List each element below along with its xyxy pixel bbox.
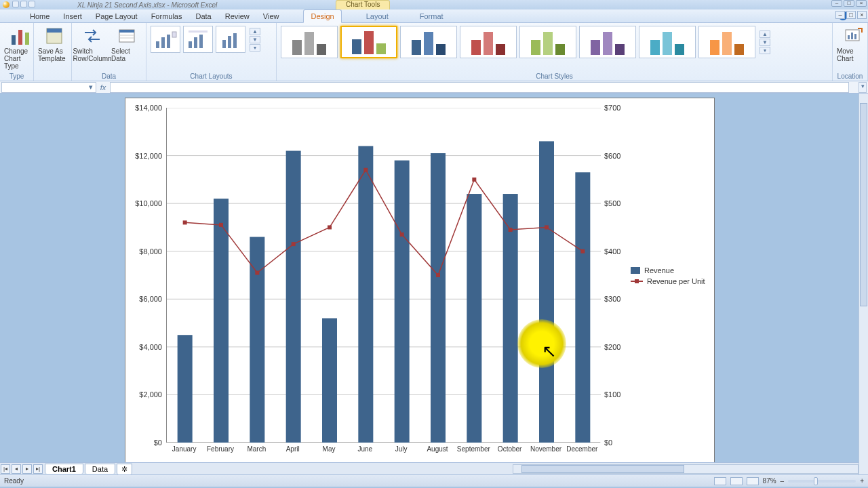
chart-style-5[interactable] — [519, 26, 576, 58]
chart-layout-2[interactable] — [183, 26, 213, 53]
close-button[interactable]: × — [856, 0, 867, 7]
svg-rect-14 — [194, 37, 197, 48]
svg-rect-1 — [18, 30, 22, 45]
chart-layout-1[interactable] — [151, 26, 180, 53]
sheet-nav-last-button[interactable]: ▸| — [33, 464, 43, 474]
y-axis-tick: $8,000 — [128, 247, 162, 256]
chart-style-3[interactable] — [400, 26, 457, 58]
vertical-scrollbar[interactable] — [859, 94, 868, 474]
svg-rect-21 — [848, 35, 850, 39]
svg-rect-19 — [233, 33, 237, 48]
svg-rect-22 — [851, 33, 853, 39]
zoom-in-button[interactable]: + — [860, 477, 864, 485]
sheet-nav-first-button[interactable]: |◂ — [1, 464, 10, 474]
tab-home[interactable]: Home — [23, 10, 56, 22]
tab-page-layout[interactable]: Page Layout — [89, 10, 144, 22]
zoom-slider[interactable] — [788, 480, 856, 483]
select-data-button[interactable]: Select Data — [111, 26, 142, 62]
layout-gallery-scroll[interactable]: ▲▼▾ — [250, 28, 260, 52]
move-chart-button[interactable]: Move Chart — [837, 26, 868, 62]
svg-rect-10 — [161, 37, 165, 48]
y2-axis-tick: $500 — [604, 199, 620, 207]
svg-rect-33 — [214, 199, 229, 443]
insert-function-button[interactable]: fx — [96, 83, 110, 92]
tab-review[interactable]: Review — [218, 10, 256, 22]
x-axis-tick: July — [395, 445, 408, 453]
chart-style-8[interactable] — [698, 26, 755, 58]
sheet-nav-prev-button[interactable]: ◂ — [12, 464, 21, 474]
template-icon — [44, 26, 64, 46]
svg-rect-55 — [580, 249, 585, 253]
y-axis-tick: $14,000 — [128, 104, 162, 112]
svg-rect-51 — [436, 273, 440, 277]
select-data-icon — [117, 26, 137, 46]
formula-bar: ▾ fx ▾ — [0, 81, 868, 94]
zoom-out-button[interactable]: – — [781, 477, 785, 485]
sheet-tab-data[interactable]: Data — [85, 464, 115, 474]
workbook-close-button[interactable]: × — [857, 11, 867, 19]
chart-object[interactable]: $0$2,000$4,000$6,000$8,000$10,000$12,000… — [125, 98, 715, 464]
switch-icon — [82, 26, 102, 46]
tab-insert[interactable]: Insert — [56, 10, 89, 22]
y-axis-tick: $10,000 — [128, 199, 162, 207]
quick-access-toolbar[interactable] — [12, 1, 37, 9]
svg-rect-23 — [854, 34, 856, 39]
y2-axis-tick: $400 — [604, 247, 620, 256]
office-button[interactable] — [3, 1, 9, 8]
switch-row-column-button[interactable]: Switch Row/Column — [76, 26, 108, 62]
chart-style-1[interactable] — [281, 26, 338, 58]
chart-style-6[interactable] — [579, 26, 636, 58]
chart-layout-3[interactable] — [216, 26, 245, 53]
svg-rect-11 — [167, 35, 170, 48]
horizontal-scrollbar[interactable] — [513, 464, 859, 474]
y2-axis-tick: $0 — [604, 439, 612, 447]
view-normal-button[interactable] — [714, 477, 726, 485]
x-axis-tick: September — [457, 445, 490, 453]
svg-rect-37 — [358, 146, 373, 443]
workbook-restore-button[interactable]: □ — [846, 11, 856, 19]
svg-rect-13 — [189, 41, 192, 48]
svg-rect-0 — [12, 35, 16, 45]
chart-style-2[interactable] — [340, 26, 397, 58]
move-chart-icon — [843, 26, 863, 46]
group-type-label: Type — [4, 72, 29, 80]
tab-design[interactable]: Design — [303, 9, 341, 23]
svg-rect-49 — [363, 168, 368, 172]
formula-edit[interactable] — [110, 82, 849, 93]
view-page-break-button[interactable] — [747, 477, 759, 485]
chart-legend[interactable]: Revenue Revenue per Unit — [631, 266, 705, 288]
tab-view[interactable]: View — [256, 10, 286, 22]
change-chart-type-button[interactable]: Change Chart Type — [4, 26, 37, 70]
svg-rect-4 — [47, 28, 62, 33]
x-axis-tick: May — [323, 445, 336, 453]
formula-bar-expand-button[interactable]: ▾ — [859, 82, 867, 93]
tab-formulas[interactable]: Formulas — [144, 10, 189, 22]
maximize-button[interactable]: □ — [844, 0, 854, 7]
x-axis-tick: October — [498, 445, 522, 453]
save-as-template-button[interactable]: Save As Template — [38, 26, 71, 62]
minimize-button[interactable]: – — [831, 0, 842, 7]
insert-sheet-button[interactable]: ✲ — [117, 464, 132, 474]
workbook-minimize-button[interactable]: – — [835, 11, 845, 19]
svg-rect-42 — [539, 141, 554, 443]
svg-rect-54 — [545, 225, 549, 229]
zoom-level[interactable]: 87% — [763, 477, 776, 485]
name-box[interactable]: ▾ — [1, 82, 96, 93]
svg-rect-48 — [328, 225, 332, 229]
name-box-dropdown-icon[interactable]: ▾ — [87, 83, 94, 92]
style-gallery-scroll[interactable]: ▲▼▾ — [760, 30, 770, 54]
worksheet-area: $0$2,000$4,000$6,000$8,000$10,000$12,000… — [0, 94, 868, 474]
chart-type-icon — [10, 26, 31, 46]
tab-layout[interactable]: Layout — [359, 10, 395, 22]
chart-style-7[interactable] — [639, 26, 696, 58]
view-page-layout-button[interactable] — [730, 477, 743, 485]
svg-rect-2 — [25, 33, 29, 45]
sheet-nav-next-button[interactable]: ▸ — [22, 464, 32, 474]
chart-style-4[interactable] — [460, 26, 517, 58]
tab-format[interactable]: Format — [413, 10, 450, 22]
plot-area[interactable] — [166, 108, 600, 443]
sheet-tab-chart1[interactable]: Chart1 — [45, 464, 83, 474]
tab-data[interactable]: Data — [189, 10, 218, 22]
x-axis-tick: January — [172, 445, 197, 453]
y-axis-tick: $6,000 — [128, 295, 162, 303]
